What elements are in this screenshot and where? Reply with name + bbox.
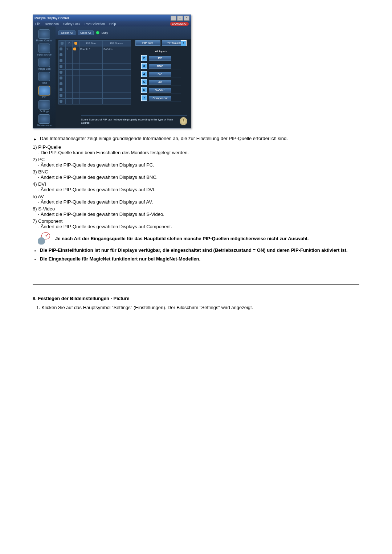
list-item: 6) S-Video- Ändert die PIP-Quelle des ge… [33, 206, 359, 217]
app-body: Power Control Input Source Image Size Ti… [33, 26, 191, 128]
row-check-icon[interactable] [60, 88, 62, 91]
section-divider [33, 284, 359, 285]
item-title: PIP-Quelle [38, 144, 61, 150]
sidebar-item-time[interactable]: Time [34, 71, 54, 85]
input-button[interactable]: Component [149, 96, 171, 100]
item-title: Component [38, 218, 62, 224]
list-item: 1) PIP-Quelle- Die PIP-Quelle kann beim … [33, 144, 359, 155]
table-row[interactable] [59, 81, 131, 87]
menu-safety-lock[interactable]: Safety Lock [63, 22, 80, 26]
tab-pip-source[interactable]: PIP Source1 [162, 40, 187, 46]
input-item-bnc[interactable]: 3BNC [141, 63, 181, 70]
menu-remocon[interactable]: Remocon [45, 22, 59, 26]
image-size-icon [38, 58, 50, 67]
list-item: 4) DVI- Ändert die PIP-Quelle des gewähl… [33, 181, 359, 192]
sidebar-label: Settings [40, 110, 49, 112]
input-item-s-video[interactable]: 6S-Video [141, 87, 181, 94]
table-row[interactable] [59, 58, 131, 64]
tab-pip-size[interactable]: PIP Size [135, 40, 160, 46]
input-button[interactable]: AV [149, 80, 171, 85]
item-desc: - Ändert die PIP-Quelle des gewählten Di… [33, 199, 359, 205]
status-icon [74, 42, 77, 45]
row-status-icon [73, 48, 76, 50]
menu-file[interactable]: File [35, 22, 41, 26]
pip-icon [38, 86, 50, 95]
sidebar-item-power-control[interactable]: Power Control [34, 29, 54, 42]
input-button[interactable]: BNC [149, 64, 171, 69]
maximize-button[interactable]: □ [177, 16, 183, 21]
table-row[interactable] [59, 70, 131, 75]
sidebar-item-pip[interactable]: PIP [34, 85, 54, 99]
row-check-icon[interactable] [60, 53, 62, 56]
time-icon [38, 72, 50, 81]
feature-list: 1) PIP-Quelle- Die PIP-Quelle kann beim … [33, 144, 359, 229]
input-item-component[interactable]: 7Component [141, 95, 181, 102]
row-check-icon[interactable] [60, 82, 62, 85]
brand-badge: SAMSUNG [170, 22, 189, 26]
close-button[interactable]: × [184, 16, 189, 21]
row-check-icon[interactable] [60, 77, 62, 79]
bold-note-1-row: ▪ Die PIP-Einstellfunktion ist nur für D… [33, 247, 359, 254]
info-grid: ID PIP Size PIP Source 1 Double 1 S-Vide… [58, 40, 131, 104]
input-source-icon [38, 44, 50, 53]
table-row[interactable] [59, 87, 131, 93]
item-num: 7) [33, 218, 37, 224]
table-row[interactable] [59, 64, 131, 70]
input-item-pc[interactable]: 2PC [141, 55, 181, 62]
section-8-heading: 8. Festlegen der Bildeinstellungen - Pic… [33, 296, 359, 301]
row-pip-source: S-Video [102, 46, 131, 52]
input-item-dvi[interactable]: 4DVI [141, 71, 181, 78]
sidebar-item-input-source[interactable]: Input Source [34, 43, 54, 57]
item-num: 5) [33, 194, 37, 199]
footer-note: Some Sources of PIP can not operate prop… [81, 115, 187, 125]
input-button[interactable]: PC [149, 56, 171, 61]
app-screenshot: Multiple Display Control _ □ × File Remo… [33, 15, 359, 128]
sidebar-item-settings[interactable]: Settings [34, 99, 54, 113]
clear-all-button[interactable]: Clear All [78, 30, 94, 35]
grid-header-check [59, 41, 66, 46]
item-title: AV [38, 194, 44, 199]
row-check-icon[interactable] [60, 100, 62, 103]
input-button[interactable]: DVI [149, 72, 171, 77]
minimize-button[interactable]: _ [171, 16, 176, 21]
sidebar-label: Image Size [38, 67, 50, 70]
tab-badge: 1 [181, 40, 187, 46]
menu-bar: File Remocon Safety Lock Port Selection … [33, 21, 191, 26]
tab-label: PIP Source [167, 41, 181, 45]
row-check-icon[interactable] [60, 94, 62, 97]
input-num: 4 [141, 71, 147, 77]
grid-header-pip-source: PIP Source [102, 41, 131, 46]
sidebar-item-maintenance[interactable]: Maintenance [34, 114, 54, 127]
intro-text: Das Informationsgitter zeigt einige grun… [40, 136, 288, 142]
item-desc: - Ändert die PIP-Quelle des gewählten Di… [33, 224, 359, 229]
input-num: 7 [141, 95, 147, 101]
bold-note-1: Die PIP-Einstellfunktion ist nur für Dis… [40, 247, 348, 254]
row-check-icon[interactable] [60, 65, 62, 68]
table-row[interactable] [59, 93, 131, 99]
menu-help[interactable]: Help [109, 22, 116, 26]
bold-note-2: Die Eingabequelle für MagicNet funktioni… [40, 256, 200, 263]
menu-port-selection[interactable]: Port Selection [85, 22, 105, 26]
row-id: 1 [66, 46, 73, 52]
row-check-icon[interactable] [60, 71, 62, 74]
row-check-icon[interactable] [60, 59, 62, 62]
item-title: PC [38, 157, 45, 162]
table-row[interactable] [59, 75, 131, 81]
list-item: 5) AV- Ändert die PIP-Quelle des gewählt… [33, 194, 359, 205]
select-all-button[interactable]: Select All [58, 30, 75, 35]
row-check-icon[interactable] [60, 48, 62, 50]
tip-text: Je nach Art der Eingangsquelle für das H… [55, 236, 309, 241]
item-title: BNC [38, 169, 48, 175]
input-button[interactable]: S-Video [149, 88, 171, 93]
table-row[interactable] [59, 52, 131, 58]
checkbox-icon[interactable] [61, 42, 64, 45]
sidebar-label: Time [41, 82, 47, 84]
sidebar-item-image-size[interactable]: Image Size [34, 57, 54, 71]
list-item: 7) Component- Ändert die PIP-Quelle des … [33, 218, 359, 229]
table-row[interactable] [59, 99, 131, 104]
input-item-av[interactable]: 5AV [141, 79, 181, 86]
tip-row: ✓ Je nach Art der Eingangsquelle für das… [33, 232, 359, 245]
window-controls: _ □ × [171, 16, 189, 21]
tip-icon: ✓ [38, 232, 50, 245]
table-row[interactable]: 1 Double 1 S-Video [59, 46, 131, 52]
